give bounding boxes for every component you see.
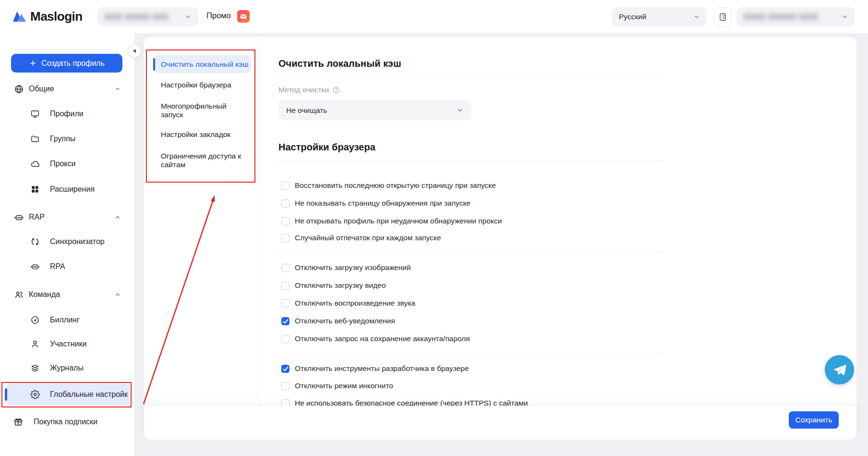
document-icon <box>718 12 727 22</box>
promo-gift-icon[interactable] <box>237 10 250 23</box>
telegram-fab-button[interactable] <box>825 355 854 384</box>
sidebar-item-buy-subscription[interactable]: Покупка подписки <box>0 412 134 431</box>
sidebar-item-rpa[interactable]: RPA <box>0 257 134 276</box>
section-title-browser-settings: Настройки браузера <box>278 142 375 153</box>
checkbox-row: Не показывать страницу обнаружения при з… <box>281 198 470 209</box>
settings-card: Очистить локальный кэш Настройки браузер… <box>144 37 856 440</box>
collapse-panel-button[interactable] <box>128 44 141 58</box>
maslogin-app: Maslogin Промо Русский Создать п <box>0 0 868 456</box>
robot-icon <box>30 262 40 271</box>
checkbox[interactable] <box>281 264 289 272</box>
section-divider <box>278 78 663 78</box>
create-profile-button[interactable]: Создать профиль <box>11 54 122 73</box>
checkbox-row: Случайный отпечаток при каждом запуске <box>281 233 441 243</box>
gear-icon <box>30 390 40 399</box>
maslogin-logo-icon <box>12 9 27 24</box>
chevron-down-icon <box>842 13 848 20</box>
checkbox-label: Отключить загрузку видео <box>295 281 386 290</box>
checkbox-checked[interactable] <box>281 317 289 325</box>
checkbox-row: Отключить инструменты разработчика в бра… <box>281 363 469 374</box>
checkbox-row: Отключить запрос на сохранение аккаунта/… <box>281 333 470 344</box>
monitor-icon <box>30 109 40 119</box>
sidebar-section-general[interactable]: Общие <box>0 79 134 99</box>
checkbox-row: Отключить загрузку видео <box>281 280 386 291</box>
top-header: Maslogin Промо Русский <box>0 0 868 33</box>
section-divider <box>278 160 663 161</box>
checkbox-label: Отключить режим инкогнито <box>295 382 393 390</box>
checkbox[interactable] <box>281 299 289 308</box>
checkbox-label: Случайный отпечаток при каждом запуске <box>295 234 441 242</box>
brand-name: Maslogin <box>30 9 83 24</box>
sidebar-section-label: Команда <box>29 290 60 299</box>
robot-icon <box>14 212 24 222</box>
method-label-text: Метод очистки <box>278 86 329 94</box>
gift-icon <box>13 417 24 427</box>
sidebar-item-journals[interactable]: Журналы <box>0 358 134 378</box>
checkbox-label: Отключить воспроизведение звука <box>295 299 415 308</box>
promo-link[interactable]: Промо <box>206 11 231 20</box>
sidebar-item-profiles[interactable]: Профили <box>0 104 134 123</box>
sidebar-item-extensions[interactable]: Расширения <box>0 180 134 199</box>
layers-icon <box>30 363 40 373</box>
sidebar-section-label: RAP <box>29 213 45 222</box>
help-circle-icon[interactable] <box>332 86 340 94</box>
sidebar-item-global-settings-row[interactable]: Глобальные настройк <box>0 385 134 404</box>
sidebar-item-label: Прокси <box>50 160 75 168</box>
user-icon <box>30 339 40 349</box>
main-sidebar: Создать профиль Общие Профили Группы <box>0 33 135 456</box>
checkbox-label: Отключить запрос на сохранение аккаунта/… <box>295 334 470 343</box>
checkbox[interactable] <box>281 199 289 208</box>
workspace-selector[interactable] <box>97 7 198 26</box>
chevron-up-icon <box>114 86 121 92</box>
settings-nav-item-bookmarks[interactable]: Настройки закладок <box>161 130 230 139</box>
settings-nav-item-site-restrictions[interactable]: Ограничения доступа к сайтам <box>161 152 250 169</box>
settings-nav-item-clear-cache[interactable]: Очистить локальный кэш <box>153 55 251 73</box>
settings-nav-item-browser-settings[interactable]: Настройки браузера <box>161 81 231 89</box>
plus-icon <box>29 59 37 67</box>
globe-icon <box>14 84 24 94</box>
active-indicator-bar <box>153 58 155 71</box>
checkbox-row: Не открывать профиль при неудачном обнар… <box>281 216 502 226</box>
sidebar-item-billing[interactable]: Биллинг <box>0 310 134 330</box>
checkbox-label: Не показывать страницу обнаружения при з… <box>295 199 470 208</box>
nav-content-divider <box>259 37 260 406</box>
docs-button[interactable] <box>714 7 732 26</box>
checkbox-row: Отключить режим инкогнито <box>281 381 393 391</box>
sidebar-item-members[interactable]: Участники <box>0 334 134 354</box>
sidebar-item-proxies[interactable]: Прокси <box>0 154 134 173</box>
checkbox[interactable] <box>281 182 289 190</box>
team-icon <box>14 290 24 300</box>
sidebar-item-label: Журналы <box>50 364 84 372</box>
save-footer-bar: Сохранить <box>144 406 856 440</box>
sidebar-item-synchronizer[interactable]: Синхронизатор <box>0 232 134 251</box>
sidebar-section-team[interactable]: Команда <box>0 285 134 304</box>
chevron-up-icon <box>114 214 121 221</box>
checkbox[interactable] <box>281 234 289 242</box>
sidebar-item-label: RPA <box>50 262 65 271</box>
sidebar-item-label: Глобальные настройк <box>50 390 128 399</box>
method-field-label: Метод очистки <box>278 86 340 94</box>
checkbox[interactable] <box>281 335 289 343</box>
checkbox-row: Отключить загрузку изображений <box>281 262 411 273</box>
sidebar-item-label: Покупка подписки <box>34 418 97 426</box>
sidebar-item-groups[interactable]: Группы <box>0 129 134 148</box>
grid-icon <box>30 185 40 194</box>
checkbox-label: Восстановить последнюю открытую страницу… <box>295 181 496 190</box>
sidebar-item-label: Участники <box>50 340 86 348</box>
language-select[interactable]: Русский <box>612 7 707 26</box>
checkbox[interactable] <box>281 382 289 390</box>
checkbox-label: Не открывать профиль при неудачном обнар… <box>295 217 502 225</box>
checkbox-label: Отключить загрузку изображений <box>295 263 411 272</box>
settings-nav-item-multiprofile-launch[interactable]: Многопрофильный запуск <box>161 102 238 119</box>
checkbox-row: Отключить веб-уведомления <box>281 316 395 326</box>
sidebar-section-label: Общие <box>29 85 54 93</box>
sidebar-item-label: Расширения <box>50 185 95 194</box>
sidebar-section-rap[interactable]: RAP <box>0 208 134 227</box>
save-button[interactable]: Сохранить <box>789 411 839 429</box>
group-divider <box>278 353 663 354</box>
checkbox-checked[interactable] <box>281 365 289 373</box>
checkbox[interactable] <box>281 282 289 290</box>
account-selector[interactable] <box>736 7 855 26</box>
checkbox[interactable] <box>281 217 289 225</box>
clear-method-select[interactable]: Не очищать <box>278 100 471 120</box>
